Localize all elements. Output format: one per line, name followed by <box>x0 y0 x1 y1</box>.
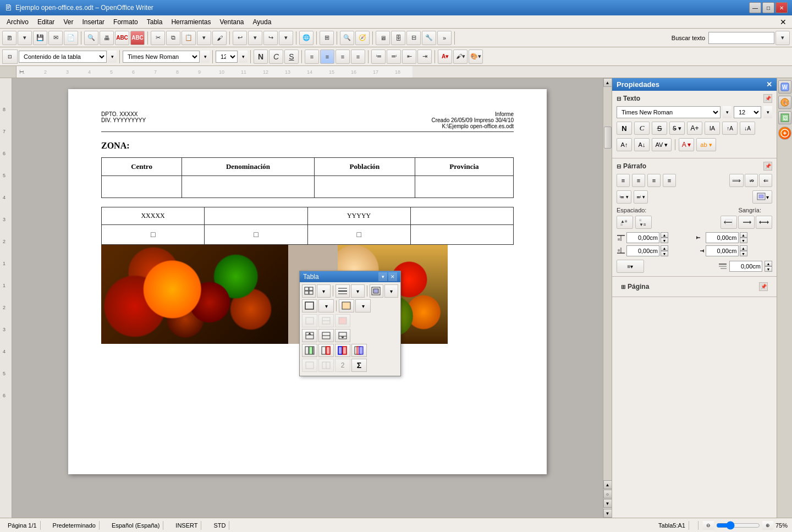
text-collapse-icon[interactable]: ⊟ <box>617 96 621 102</box>
side-icon-4[interactable] <box>778 127 791 140</box>
indent-input[interactable]: 0,00cm <box>729 261 762 272</box>
maximize-button[interactable]: □ <box>762 2 774 13</box>
line-spacing-dropdown-btn[interactable]: ≡▾ <box>617 260 644 273</box>
tabla-fill-dropdown[interactable]: ▾ <box>355 299 371 312</box>
align-right-button[interactable]: ≡ <box>336 50 350 64</box>
props-font-dropdown[interactable]: ▾ <box>723 106 732 118</box>
sangria-left-up[interactable]: ▲ <box>740 232 747 238</box>
tools-button[interactable]: 🔧 <box>422 31 436 45</box>
status-insert-mode[interactable]: INSERT <box>172 521 201 530</box>
list-unordered-button[interactable]: ≕ <box>387 50 401 64</box>
cell-empty-4[interactable] <box>415 176 513 198</box>
menu-ventana[interactable]: Ventana <box>215 17 248 27</box>
tabla-disabled-2[interactable] <box>318 314 334 327</box>
search-input[interactable] <box>708 32 774 44</box>
tabla-col-blue[interactable] <box>335 344 350 357</box>
cell-empty-3[interactable] <box>314 176 415 198</box>
menu-formato[interactable]: Formato <box>109 17 142 27</box>
font-name-combo[interactable]: Times New Roman <box>123 51 200 63</box>
sangria-left-down[interactable]: ▼ <box>740 238 747 243</box>
spacing-top-input[interactable]: 0,00cm <box>626 232 659 243</box>
redo-dropdown[interactable]: ▾ <box>279 31 293 45</box>
props-lowercase-btn[interactable]: ↓A <box>740 122 755 135</box>
table-button[interactable]: ⊞ <box>320 31 334 45</box>
zoom-in-btn[interactable]: ⊕ <box>762 521 773 530</box>
props-font-combo[interactable]: Times New Roman <box>617 106 721 118</box>
copy-button[interactable]: ⧉ <box>166 31 180 45</box>
cell-empty-d2[interactable] <box>205 207 307 225</box>
text-pin-icon[interactable]: 📌 <box>763 94 772 103</box>
menu-ver[interactable]: Ver <box>59 17 78 27</box>
bg-color-dropdown[interactable]: 🎨▾ <box>469 50 483 64</box>
sangria-left-btn[interactable] <box>721 216 737 229</box>
tabla-merge-btn[interactable] <box>370 284 383 298</box>
parrafo-collapse-icon[interactable]: ⊟ <box>617 163 621 169</box>
paste-dropdown[interactable]: ▾ <box>197 31 211 45</box>
parrafo-pin-icon[interactable]: 📌 <box>763 162 772 171</box>
spacing-bottom-down[interactable]: ▼ <box>661 251 668 256</box>
space-below-btn[interactable]: ≡▼≡ <box>635 216 652 229</box>
side-icon-2[interactable]: 🎨 <box>778 96 791 109</box>
spacing-top-up[interactable]: ▲ <box>661 232 668 238</box>
tabla-close-icon[interactable]: ✕ <box>388 272 397 281</box>
close-button[interactable]: ✕ <box>776 2 788 13</box>
size-dropdown[interactable]: ▾ <box>239 51 248 63</box>
menu-archivo[interactable]: Archivo <box>2 17 33 27</box>
props-font-size-down[interactable]: A↓ <box>634 138 650 151</box>
tabla-disabled-1[interactable] <box>302 314 317 327</box>
tabla-row-top[interactable] <box>302 329 317 342</box>
props-size-dropdown[interactable]: ▾ <box>763 106 772 118</box>
open-dropdown[interactable]: ▾ <box>18 31 32 45</box>
menu-ayuda[interactable]: Ayuda <box>249 17 276 27</box>
italic-button[interactable]: C <box>269 50 283 64</box>
document-scroll[interactable]: DPTO. XXXXX DIV. YYYYYYYYY Informe Cread… <box>12 78 603 518</box>
tabla-col-insert[interactable] <box>302 344 317 357</box>
vertical-scrollbar[interactable]: ▲ ▲ ○ ▼ ▼ <box>603 78 612 518</box>
tabla-sum-btn[interactable] <box>302 359 317 372</box>
save-button[interactable]: 💾 <box>33 31 47 45</box>
props-font-color-btn[interactable]: A ▾ <box>679 138 694 151</box>
scroll-thumb[interactable] <box>604 127 612 149</box>
tabla-menu-icon[interactable]: ▾ <box>378 272 387 281</box>
para-list-1[interactable]: ≔ ▾ <box>617 190 631 204</box>
cell-checkbox-3[interactable]: □ <box>307 225 410 245</box>
props-spacing-btn[interactable]: AV ▾ <box>652 138 672 151</box>
props-caps-btn[interactable]: IA <box>705 122 720 135</box>
menu-tabla[interactable]: Tabla <box>142 17 167 27</box>
display-button[interactable]: 🖥 <box>376 31 390 45</box>
sangria-left-input[interactable]: 0,00cm <box>706 232 739 243</box>
props-bold-btn[interactable]: N <box>617 122 632 135</box>
styles-button[interactable]: ⊡ <box>2 50 18 64</box>
highlight-color-dropdown[interactable]: 🖌▾ <box>453 50 468 64</box>
tabla-lines-btn[interactable] <box>336 284 349 298</box>
spell-button[interactable]: ABC <box>115 31 129 45</box>
props-uppercase-btn[interactable]: ↑A <box>722 122 738 135</box>
zoom-slider[interactable] <box>716 521 760 530</box>
find-button[interactable]: 🔍 <box>340 31 354 45</box>
scroll-track[interactable] <box>603 87 612 480</box>
email-button[interactable]: ✉ <box>48 31 63 45</box>
para-indent-2-btn[interactable]: ⇏ <box>745 174 758 187</box>
para-list-2[interactable]: ≕ ▾ <box>634 190 648 204</box>
autocorrect-button[interactable]: ABC <box>130 31 145 45</box>
align-left-button[interactable]: ≡ <box>305 50 319 64</box>
pagina-section-header[interactable]: ⊞ Página 📌 <box>617 280 772 293</box>
menu-close-icon[interactable]: ✕ <box>777 18 790 26</box>
redo-button[interactable]: ↪ <box>263 31 278 45</box>
navigator-button[interactable]: 🧭 <box>355 31 370 45</box>
spacing-top-down[interactable]: ▼ <box>661 238 668 243</box>
para-right-btn[interactable]: ≡ <box>647 174 661 187</box>
para-bg-btn[interactable]: ▾ <box>752 190 772 204</box>
tabla-fill-btn[interactable] <box>339 299 354 312</box>
props-highlight-btn[interactable]: ab ▾ <box>696 138 716 151</box>
tabla-border-btn[interactable] <box>302 299 317 312</box>
cell-empty-1[interactable] <box>102 176 182 198</box>
para-indent-1-btn[interactable]: ⟹ <box>729 174 744 187</box>
tabla-dropdown-1[interactable]: ▾ <box>317 284 331 298</box>
cell-empty-d4[interactable] <box>410 207 513 225</box>
indent-up[interactable]: ▲ <box>765 261 772 266</box>
props-italic-btn[interactable]: C <box>634 122 650 135</box>
undo-dropdown[interactable]: ▾ <box>248 31 262 45</box>
font-color-dropdown[interactable]: A▾ <box>438 50 452 64</box>
menu-editar[interactable]: Editar <box>33 17 59 27</box>
